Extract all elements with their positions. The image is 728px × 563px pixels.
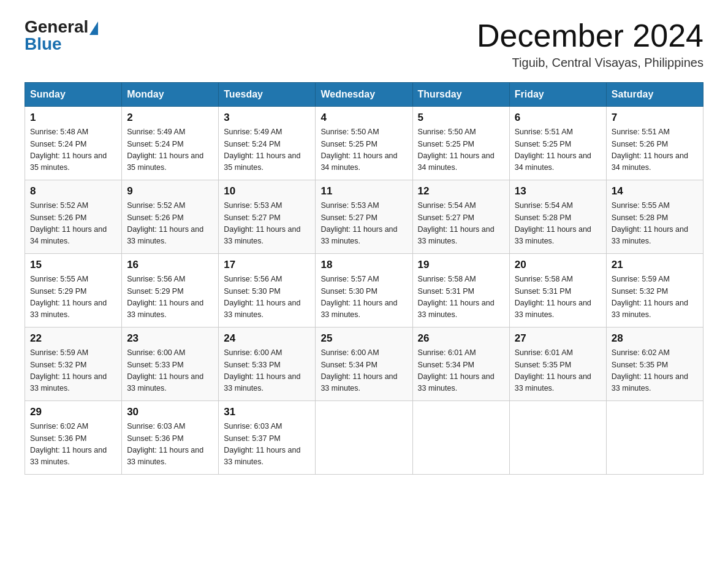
calendar-cell: 29 Sunrise: 6:02 AMSunset: 5:36 PMDaylig…: [25, 401, 122, 475]
day-info: Sunrise: 5:52 AMSunset: 5:26 PMDaylight:…: [127, 201, 203, 245]
calendar-cell: 28 Sunrise: 6:02 AMSunset: 5:35 PMDaylig…: [606, 327, 703, 401]
calendar-cell: 3 Sunrise: 5:49 AMSunset: 5:24 PMDayligh…: [219, 107, 316, 180]
col-header-monday: Monday: [122, 83, 219, 107]
day-number: 26: [418, 332, 504, 345]
calendar-cell: 1 Sunrise: 5:48 AMSunset: 5:24 PMDayligh…: [25, 107, 122, 180]
day-info: Sunrise: 5:53 AMSunset: 5:27 PMDaylight:…: [320, 201, 397, 245]
day-info: Sunrise: 5:59 AMSunset: 5:32 PMDaylight:…: [612, 275, 688, 319]
calendar-cell: 21 Sunrise: 5:59 AMSunset: 5:32 PMDaylig…: [606, 254, 703, 327]
calendar-cell: [606, 401, 703, 475]
col-header-saturday: Saturday: [606, 83, 703, 107]
day-number: 24: [224, 332, 310, 345]
day-number: 23: [127, 332, 213, 345]
day-info: Sunrise: 5:48 AMSunset: 5:24 PMDaylight:…: [30, 128, 107, 172]
calendar-cell: [509, 401, 606, 475]
day-info: Sunrise: 5:51 AMSunset: 5:26 PMDaylight:…: [612, 128, 688, 172]
logo-triangle-icon: [89, 21, 98, 35]
day-info: Sunrise: 5:56 AMSunset: 5:30 PMDaylight:…: [224, 275, 300, 319]
day-number: 11: [320, 185, 407, 197]
day-number: 4: [320, 112, 407, 124]
day-number: 13: [515, 185, 601, 197]
logo: General Blue: [25, 18, 98, 53]
day-number: 25: [320, 332, 407, 345]
calendar-cell: 6 Sunrise: 5:51 AMSunset: 5:25 PMDayligh…: [509, 107, 606, 180]
calendar-cell: [412, 401, 509, 475]
month-title: December 2024: [477, 18, 703, 53]
day-info: Sunrise: 5:58 AMSunset: 5:31 PMDaylight:…: [515, 275, 591, 319]
day-info: Sunrise: 5:56 AMSunset: 5:29 PMDaylight:…: [127, 275, 203, 319]
calendar-cell: 4 Sunrise: 5:50 AMSunset: 5:25 PMDayligh…: [316, 107, 412, 180]
day-number: 22: [30, 332, 116, 345]
calendar-cell: 5 Sunrise: 5:50 AMSunset: 5:25 PMDayligh…: [412, 107, 509, 180]
calendar-cell: 18 Sunrise: 5:57 AMSunset: 5:30 PMDaylig…: [316, 254, 412, 327]
calendar-cell: 2 Sunrise: 5:49 AMSunset: 5:24 PMDayligh…: [122, 107, 219, 180]
day-info: Sunrise: 6:01 AMSunset: 5:35 PMDaylight:…: [515, 348, 591, 393]
day-info: Sunrise: 6:00 AMSunset: 5:33 PMDaylight:…: [127, 348, 203, 393]
day-info: Sunrise: 5:49 AMSunset: 5:24 PMDaylight:…: [127, 128, 203, 172]
calendar-cell: 31 Sunrise: 6:03 AMSunset: 5:37 PMDaylig…: [219, 401, 316, 475]
calendar-week-row: 22 Sunrise: 5:59 AMSunset: 5:32 PMDaylig…: [25, 327, 703, 401]
calendar-cell: 26 Sunrise: 6:01 AMSunset: 5:34 PMDaylig…: [412, 327, 509, 401]
calendar-cell: 20 Sunrise: 5:58 AMSunset: 5:31 PMDaylig…: [509, 254, 606, 327]
day-number: 14: [612, 185, 698, 197]
calendar-cell: 15 Sunrise: 5:55 AMSunset: 5:29 PMDaylig…: [25, 254, 122, 327]
calendar-cell: 25 Sunrise: 6:00 AMSunset: 5:34 PMDaylig…: [316, 327, 412, 401]
day-info: Sunrise: 5:54 AMSunset: 5:28 PMDaylight:…: [515, 201, 591, 245]
day-info: Sunrise: 6:03 AMSunset: 5:37 PMDaylight:…: [224, 422, 300, 466]
calendar-cell: 14 Sunrise: 5:55 AMSunset: 5:28 PMDaylig…: [606, 180, 703, 254]
calendar-cell: 23 Sunrise: 6:00 AMSunset: 5:33 PMDaylig…: [122, 327, 219, 401]
day-info: Sunrise: 5:54 AMSunset: 5:27 PMDaylight:…: [418, 201, 495, 245]
day-number: 10: [224, 185, 310, 197]
day-info: Sunrise: 5:55 AMSunset: 5:29 PMDaylight:…: [30, 275, 107, 319]
title-area: December 2024 Tiguib, Central Visayas, P…: [477, 18, 703, 70]
day-number: 16: [127, 259, 213, 271]
day-info: Sunrise: 5:53 AMSunset: 5:27 PMDaylight:…: [224, 201, 300, 245]
day-number: 3: [224, 112, 310, 124]
day-info: Sunrise: 5:55 AMSunset: 5:28 PMDaylight:…: [612, 201, 688, 245]
calendar-cell: 8 Sunrise: 5:52 AMSunset: 5:26 PMDayligh…: [25, 180, 122, 254]
calendar-cell: 16 Sunrise: 5:56 AMSunset: 5:29 PMDaylig…: [122, 254, 219, 327]
day-number: 5: [418, 112, 504, 124]
day-number: 7: [612, 112, 698, 124]
day-info: Sunrise: 5:49 AMSunset: 5:24 PMDaylight:…: [224, 128, 300, 172]
day-info: Sunrise: 5:52 AMSunset: 5:26 PMDaylight:…: [30, 201, 107, 245]
calendar-cell: [316, 401, 412, 475]
calendar-cell: 24 Sunrise: 6:00 AMSunset: 5:33 PMDaylig…: [219, 327, 316, 401]
day-number: 1: [30, 112, 116, 124]
calendar-week-row: 8 Sunrise: 5:52 AMSunset: 5:26 PMDayligh…: [25, 180, 703, 254]
col-header-friday: Friday: [509, 83, 606, 107]
day-number: 18: [320, 259, 407, 271]
day-number: 8: [30, 185, 116, 197]
calendar-week-row: 15 Sunrise: 5:55 AMSunset: 5:29 PMDaylig…: [25, 254, 703, 327]
day-info: Sunrise: 5:50 AMSunset: 5:25 PMDaylight:…: [320, 128, 397, 172]
day-info: Sunrise: 5:51 AMSunset: 5:25 PMDaylight:…: [515, 128, 591, 172]
calendar-cell: 30 Sunrise: 6:03 AMSunset: 5:36 PMDaylig…: [122, 401, 219, 475]
day-number: 9: [127, 185, 213, 197]
day-info: Sunrise: 5:50 AMSunset: 5:25 PMDaylight:…: [418, 128, 495, 172]
col-header-sunday: Sunday: [25, 83, 122, 107]
day-info: Sunrise: 5:58 AMSunset: 5:31 PMDaylight:…: [418, 275, 495, 319]
day-number: 6: [515, 112, 601, 124]
calendar-week-row: 1 Sunrise: 5:48 AMSunset: 5:24 PMDayligh…: [25, 107, 703, 180]
calendar-cell: 9 Sunrise: 5:52 AMSunset: 5:26 PMDayligh…: [122, 180, 219, 254]
day-number: 19: [418, 259, 504, 271]
day-info: Sunrise: 6:02 AMSunset: 5:36 PMDaylight:…: [30, 422, 107, 466]
calendar-cell: 13 Sunrise: 5:54 AMSunset: 5:28 PMDaylig…: [509, 180, 606, 254]
logo-general-text: General: [25, 18, 88, 36]
day-info: Sunrise: 5:59 AMSunset: 5:32 PMDaylight:…: [30, 348, 107, 393]
col-header-thursday: Thursday: [412, 83, 509, 107]
day-number: 27: [515, 332, 601, 345]
calendar-cell: 11 Sunrise: 5:53 AMSunset: 5:27 PMDaylig…: [316, 180, 412, 254]
day-info: Sunrise: 6:00 AMSunset: 5:34 PMDaylight:…: [320, 348, 397, 393]
day-number: 29: [30, 406, 116, 418]
logo-blue-text: Blue: [25, 36, 62, 53]
calendar-header-row: SundayMondayTuesdayWednesdayThursdayFrid…: [25, 83, 703, 107]
day-number: 2: [127, 112, 213, 124]
day-number: 31: [224, 406, 310, 418]
calendar-cell: 17 Sunrise: 5:56 AMSunset: 5:30 PMDaylig…: [219, 254, 316, 327]
page-header: General Blue December 2024 Tiguib, Centr…: [25, 18, 703, 70]
calendar-cell: 19 Sunrise: 5:58 AMSunset: 5:31 PMDaylig…: [412, 254, 509, 327]
calendar-cell: 7 Sunrise: 5:51 AMSunset: 5:26 PMDayligh…: [606, 107, 703, 180]
calendar-week-row: 29 Sunrise: 6:02 AMSunset: 5:36 PMDaylig…: [25, 401, 703, 475]
calendar-table: SundayMondayTuesdayWednesdayThursdayFrid…: [25, 82, 703, 475]
